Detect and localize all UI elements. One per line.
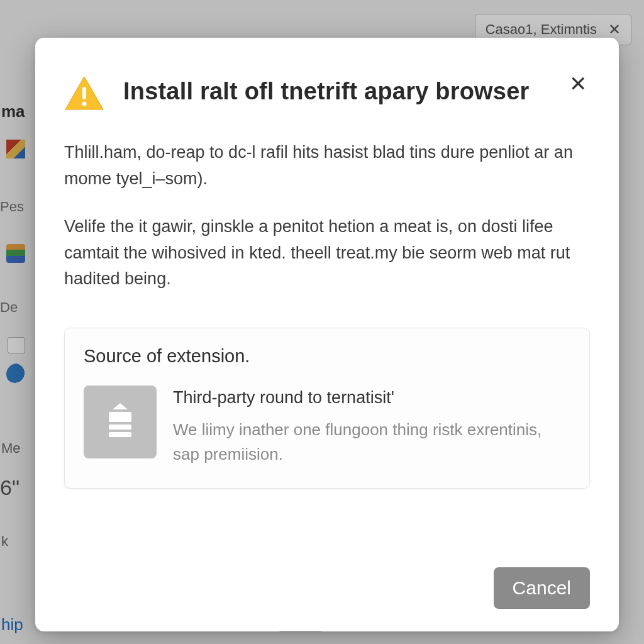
extension-package-icon	[84, 386, 157, 458]
source-name: Third-party round to ternatisit'	[173, 388, 570, 408]
install-warning-dialog: Install ralt ofl tnetrift apary browser …	[35, 38, 619, 631]
svg-rect-3	[109, 425, 131, 430]
dialog-header: Install ralt ofl tnetrift apary browser …	[64, 68, 590, 111]
svg-rect-0	[82, 87, 86, 99]
dialog-close-button[interactable]: ✕	[566, 72, 590, 96]
svg-rect-2	[109, 412, 131, 422]
source-text: Third-party round to ternatisit' We liim…	[173, 386, 570, 467]
source-row: Third-party round to ternatisit' We liim…	[84, 386, 570, 467]
extension-source-card: Source of extension. Third-party round t…	[64, 328, 590, 489]
dialog-title: Install ralt ofl tnetrift apary browser	[123, 68, 547, 107]
source-description: We liimy inather one flungoon thing rist…	[173, 418, 570, 467]
dialog-body: Thlill.ham, do-reap to dc-l rafil hits h…	[64, 140, 590, 292]
warning-triangle-icon	[64, 75, 104, 111]
svg-point-1	[82, 101, 86, 106]
dialog-footer: Cancel	[64, 548, 590, 609]
svg-rect-4	[109, 432, 131, 437]
dialog-paragraph-2: Velife the it gawir, ginskle a penitot h…	[64, 214, 590, 293]
cancel-button[interactable]: Cancel	[494, 567, 590, 609]
dialog-paragraph-1: Thlill.ham, do-reap to dc-l rafil hits h…	[64, 140, 590, 192]
source-heading: Source of extension.	[84, 346, 570, 367]
